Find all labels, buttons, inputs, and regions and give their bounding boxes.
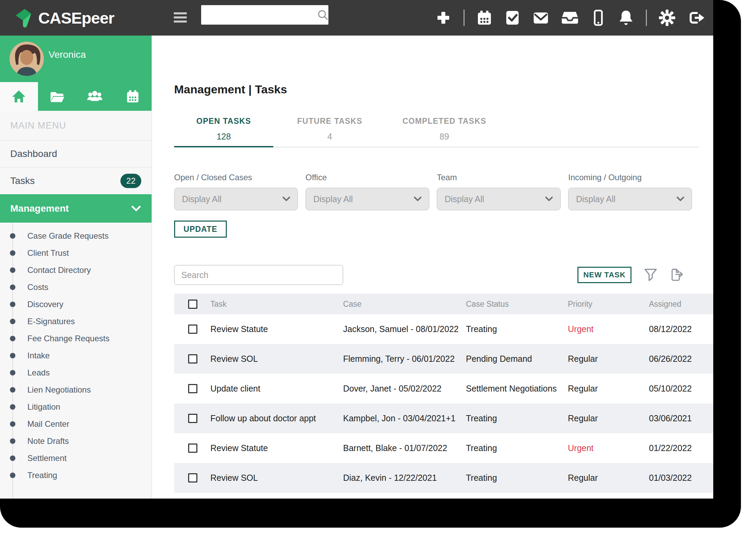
sign-out-icon[interactable]: [687, 9, 705, 26]
table-row[interactable]: Review Statute Jackson, Samuel - 08/01/2…: [174, 314, 713, 344]
submenu-item[interactable]: Case Grade Requests: [0, 227, 152, 244]
tasks-check-icon[interactable]: [504, 10, 521, 26]
tab-label: FUTURE TASKS: [297, 117, 362, 126]
tab-cases[interactable]: [38, 82, 76, 111]
filter-selected-value: Display All: [445, 194, 484, 204]
calendar-icon: [126, 89, 140, 104]
task-tab[interactable]: COMPLETED TASKS 89: [386, 115, 503, 147]
calendar-icon[interactable]: [476, 10, 493, 26]
submenu-item[interactable]: Treating: [0, 467, 152, 484]
sidebar-menu-item[interactable]: Tasks 22: [0, 167, 152, 194]
add-icon[interactable]: [435, 9, 452, 26]
filter-dropdown[interactable]: Display All: [174, 188, 298, 210]
settings-gear-icon[interactable]: [659, 9, 676, 26]
filter-selected-value: Display All: [182, 194, 221, 204]
column-header-assigned: Assigned: [649, 300, 713, 309]
filter-dropdown[interactable]: Display All: [568, 188, 692, 210]
column-header-case: Case: [343, 300, 466, 309]
select-all-checkbox[interactable]: [188, 300, 197, 309]
row-checkbox[interactable]: [188, 444, 197, 453]
submenu-item-label: Intake: [27, 351, 50, 360]
submenu-item[interactable]: Litigation: [0, 398, 152, 415]
column-header-task: Task: [210, 300, 343, 309]
table-row[interactable]: Follow up about doctor appt Kampbel, Jon…: [174, 404, 713, 433]
row-checkbox[interactable]: [188, 354, 197, 363]
hamburger-menu-icon[interactable]: [174, 12, 187, 25]
filter-funnel-icon[interactable]: [644, 268, 657, 282]
task-tab[interactable]: FUTURE TASKS 4: [273, 115, 386, 147]
table-row[interactable]: Review SOL Diaz, Kevin - 12/22/2021 Trea…: [174, 463, 713, 493]
submenu-item[interactable]: Note Drafts: [0, 433, 152, 450]
filter-dropdown[interactable]: Display All: [437, 188, 561, 210]
tab-count: 89: [440, 132, 449, 142]
user-profile[interactable]: Veronica: [0, 36, 152, 82]
cases-folder-icon: [49, 90, 64, 103]
submenu-item[interactable]: Leads: [0, 364, 152, 381]
submenu-item[interactable]: Intake: [0, 347, 152, 364]
new-task-button[interactable]: NEW TASK: [577, 267, 631, 283]
submenu-item[interactable]: Costs: [0, 279, 152, 296]
update-button[interactable]: UPDATE: [174, 221, 227, 238]
tab-count: 4: [327, 132, 332, 142]
submenu-item[interactable]: Discovery: [0, 296, 152, 313]
submenu-item[interactable]: Lien Negotiations: [0, 381, 152, 398]
app-window: CASEpeer: [0, 0, 713, 499]
column-header-status: Case Status: [466, 300, 568, 309]
task-tab[interactable]: OPEN TASKS 128: [174, 115, 273, 147]
topbar-divider: [464, 10, 465, 26]
table-header: Task Case Case Status Priority Assigned: [174, 294, 713, 314]
contacts-people-icon: [87, 90, 103, 103]
row-checkbox[interactable]: [188, 384, 197, 393]
submenu-item[interactable]: Mail Center: [0, 415, 152, 433]
submenu-item-label: Treating: [27, 471, 57, 480]
topbar-icon-group: [435, 0, 705, 36]
tab-home[interactable]: [0, 82, 38, 111]
submenu-item[interactable]: Fee Change Requests: [0, 330, 152, 347]
cell-priority: Urgent: [568, 324, 649, 334]
chevron-down-icon: [677, 197, 684, 201]
task-search-input[interactable]: [174, 265, 343, 285]
submenu-item-label: E-Signatures: [27, 317, 75, 326]
submenu-item[interactable]: Contact Directory: [0, 262, 152, 279]
tab-label: OPEN TASKS: [196, 117, 251, 126]
table-row[interactable]: Review Statute Barnett, Blake - 01/07/20…: [174, 433, 713, 463]
phone-icon[interactable]: [590, 9, 606, 26]
filter-label: Office: [305, 173, 429, 182]
cell-priority: Regular: [568, 384, 649, 394]
tab-calendar[interactable]: [114, 82, 152, 111]
tab-contacts[interactable]: [76, 82, 114, 111]
sidebar: Veronica: [0, 36, 152, 499]
submenu-item-label: Client Trust: [27, 248, 69, 258]
export-icon[interactable]: [669, 267, 683, 282]
top-navigation-bar: CASEpeer: [0, 0, 713, 36]
submenu-item[interactable]: Client Trust: [0, 244, 152, 262]
cell-status: Settlement Negotiations: [466, 384, 568, 394]
inbox-icon[interactable]: [561, 9, 579, 27]
row-checkbox[interactable]: [188, 414, 197, 423]
row-checkbox[interactable]: [188, 473, 197, 482]
cell-case: Flemming, Terry - 06/01/2022: [343, 354, 466, 364]
global-search-input[interactable]: [201, 10, 317, 20]
sidebar-icon-tabs: [0, 82, 152, 111]
submenu-item[interactable]: E-Signatures: [0, 313, 152, 330]
sidebar-menu-item[interactable]: Management: [0, 194, 152, 223]
cell-task: Review Statute: [210, 443, 343, 453]
search-icon: [317, 9, 329, 21]
filter-selected-value: Display All: [576, 194, 615, 204]
task-tabs: OPEN TASKS 128 FUTURE TASKS 4 COMPLETED …: [174, 115, 699, 147]
submenu-item-label: Leads: [27, 368, 50, 378]
cell-assigned: 01/22/2022: [649, 443, 713, 453]
mail-icon[interactable]: [532, 9, 549, 26]
row-checkbox[interactable]: [188, 325, 197, 334]
sidebar-menu-item[interactable]: Dashboard: [0, 140, 152, 167]
menu-item-label: Tasks: [10, 175, 35, 186]
filter-dropdown[interactable]: Display All: [305, 188, 429, 210]
casepeer-logo[interactable]: CASEpeer: [14, 0, 114, 36]
notifications-bell-icon[interactable]: [618, 9, 634, 26]
chevron-down-icon: [283, 197, 290, 201]
submenu-item[interactable]: Settlement: [0, 450, 152, 467]
table-row[interactable]: Update client Dover, Janet - 05/02/2022 …: [174, 374, 713, 404]
avatar: [10, 42, 44, 76]
table-row[interactable]: Review SOL Flemming, Terry - 06/01/2022 …: [174, 344, 713, 374]
main-content: Management | Tasks OPEN TASKS 128 FUTURE…: [152, 36, 713, 499]
